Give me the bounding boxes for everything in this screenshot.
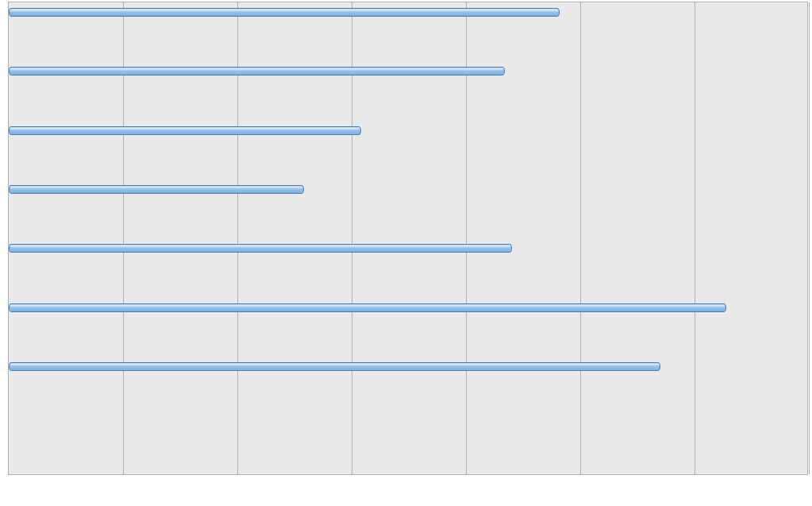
bar-chart [0,0,812,506]
bar [9,362,660,371]
bar [9,185,304,194]
bar [9,303,726,312]
bar [9,67,505,75]
plot-area [8,2,808,475]
bar [9,8,560,17]
gridline [809,2,810,474]
gridline [695,2,695,474]
gridline [580,2,581,474]
bar [9,126,361,135]
bar [9,244,512,253]
